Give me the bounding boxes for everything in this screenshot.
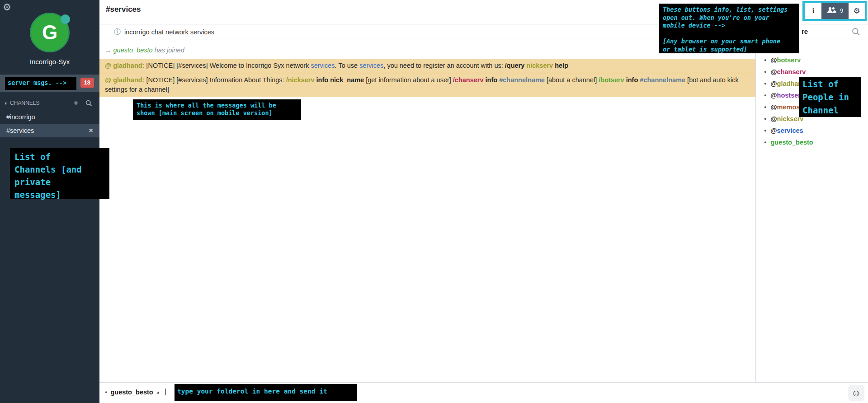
irc-client-window: ⚙ G Incorrigo-Syx 18 ▾ CHANNELS + #incor… <box>0 0 868 403</box>
userlist-search-icon[interactable] <box>852 28 860 36</box>
message-text: /chanserv <box>453 76 484 84</box>
user-status-dot: ● <box>764 105 766 109</box>
toggle-userlist-button[interactable]: 9 <box>821 3 849 19</box>
userlist-item-botserv[interactable]: ●@botserv <box>756 54 868 66</box>
user-mode-prefix: @ <box>770 56 777 64</box>
header-button-group: i 9 ⚙ <box>805 3 865 19</box>
message-text: /nickserv <box>286 76 315 84</box>
message-link[interactable]: services <box>311 62 335 69</box>
info-circle-icon: ⓘ <box>114 28 121 36</box>
users-icon <box>827 7 837 15</box>
message-text: nickserv <box>526 62 553 69</box>
channel-topic: incorrigo chat network services <box>124 28 214 36</box>
message-text: /botserv <box>599 76 624 84</box>
user-status-dot: ● <box>764 58 766 62</box>
message-text: info nick_name <box>316 76 364 84</box>
message-list: → guesto_besto has joined@ gladhand: [NO… <box>99 39 755 97</box>
annotation-people-list: List of People in Channel <box>799 77 861 117</box>
sidebar-item-services[interactable]: #services ✕ <box>0 124 99 137</box>
channels-section-header: ▾ CHANNELS + <box>0 98 99 108</box>
user-nick: services <box>777 127 803 134</box>
message-text: #channelname <box>640 76 685 84</box>
user-mode-prefix: @ <box>770 127 777 134</box>
notice-message: @ gladhand: [NOTICE] [#services] Informa… <box>99 73 755 97</box>
topic-inner: ⓘ incorrigo chat network services <box>114 28 214 36</box>
channels-header-label: CHANNELS <box>10 100 39 106</box>
userlist-count: 9 <box>840 8 843 14</box>
channel-name: #services <box>6 127 34 134</box>
add-channel-icon[interactable]: + <box>74 98 78 108</box>
user-status-dot: ● <box>764 81 766 86</box>
message-text: #channelname <box>499 76 545 84</box>
unread-count-badge: 18 <box>80 78 94 88</box>
message-text: [get information about a user] <box>364 76 453 84</box>
message-nick[interactable]: @ gladhand: <box>105 76 146 84</box>
own-nick: guesto_besto <box>110 389 153 396</box>
message-text: info <box>626 76 638 84</box>
nick-menu-caret-icon: ▲ <box>156 390 160 394</box>
annotation-input-box: type your folderol in here and send it <box>175 384 357 401</box>
network-sidebar: ⚙ G Incorrigo-Syx 18 ▾ CHANNELS + #incor… <box>0 0 99 403</box>
user-nick: chanserv <box>777 68 806 75</box>
message-text: [NOTICE] [#services] Welcome to Incorrig… <box>146 62 311 69</box>
connection-status-dot <box>61 14 70 24</box>
channel-title: #services <box>106 5 141 14</box>
channel-info-button[interactable]: i <box>805 3 821 19</box>
userlist-item-services[interactable]: ●@services <box>756 125 868 136</box>
channel-name: #incorrigo <box>6 113 35 121</box>
message-text: , you need to register an account with u… <box>383 62 505 69</box>
message-text: [about a channel] <box>545 76 599 84</box>
user-status-dot: ● <box>764 117 766 121</box>
annotation-channel-list: List of Channels [and private messages] <box>10 148 109 199</box>
userlist-item-guesto_besto[interactable]: ●guesto_besto <box>756 136 868 148</box>
message-text: → <box>105 47 113 54</box>
network-name[interactable]: Incorrigo-Syx <box>0 58 99 66</box>
message-text: has joined <box>153 47 184 54</box>
nick-selector[interactable]: ● guesto_besto ▲ <box>105 389 160 396</box>
user-mode-prefix: @ <box>770 103 777 111</box>
close-channel-icon[interactable]: ✕ <box>89 127 93 134</box>
user-nick: guesto_besto <box>770 139 813 146</box>
user-status-dot: ● <box>764 70 766 74</box>
message-text: . To use <box>335 62 360 69</box>
user-mode-prefix: @ <box>770 68 777 75</box>
join-message: → guesto_besto has joined <box>99 39 755 59</box>
user-mode-prefix: @ <box>770 80 777 87</box>
message-text: /query <box>505 62 525 69</box>
channel-settings-gear-icon[interactable]: ⚙ <box>849 3 865 19</box>
emoji-picker-button[interactable]: ☺ <box>848 385 864 401</box>
message-text: info <box>486 76 498 84</box>
user-nick: botserv <box>777 56 801 64</box>
user-mode-prefix: @ <box>770 115 777 122</box>
message-link[interactable]: services <box>359 62 383 69</box>
message-text: [NOTICE] [#services] Information About T… <box>146 76 286 84</box>
input-text-cursor[interactable]: | <box>165 387 166 396</box>
channel-list: #incorrigo #services ✕ <box>0 110 99 137</box>
channel-search-icon[interactable] <box>85 100 92 107</box>
user-status-dot: ● <box>764 128 766 133</box>
user-status-dot: ● <box>764 140 766 145</box>
message-nick[interactable]: @ gladhand: <box>105 62 146 69</box>
userlist-header-text: re <box>802 28 808 35</box>
app-settings-gear-icon[interactable]: ⚙ <box>3 2 11 12</box>
sidebar-item-incorrigo[interactable]: #incorrigo <box>0 110 99 124</box>
nick-status-dot: ● <box>105 390 107 394</box>
notice-message: @ gladhand: [NOTICE] [#services] Welcome… <box>99 59 755 73</box>
collapse-caret-icon[interactable]: ▾ <box>5 101 7 106</box>
user-status-dot: ● <box>764 93 766 98</box>
userlist-item-chanserv[interactable]: ●@chanserv <box>756 66 868 78</box>
annotation-server-msgs: server msgs. --> <box>5 77 76 90</box>
annotation-top-buttons: These buttons info, list, settings open … <box>659 4 799 53</box>
message-text: guesto_besto <box>113 47 153 54</box>
message-text: help <box>555 62 568 69</box>
network-avatar-letter: G <box>42 23 57 42</box>
annotation-message-area: This is where all the messages will be s… <box>133 99 301 120</box>
user-mode-prefix: @ <box>770 92 777 99</box>
